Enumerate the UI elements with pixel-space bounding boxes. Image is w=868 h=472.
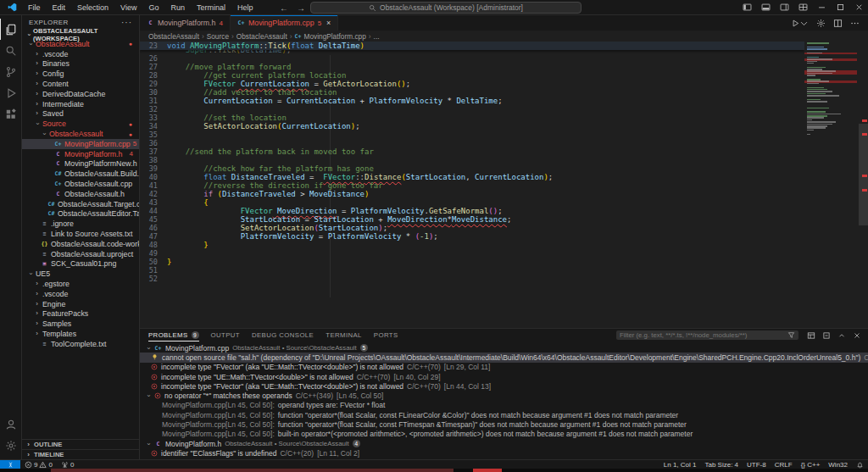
- tree-item-link-to-source-assets-txt[interactable]: ≡Link to Source Assets.txt: [22, 229, 139, 239]
- eol-sequence[interactable]: CRLF: [771, 460, 797, 469]
- menu-file[interactable]: File: [22, 3, 47, 12]
- menu-help[interactable]: Help: [231, 3, 259, 12]
- close-button[interactable]: [849, 0, 868, 15]
- section-outline[interactable]: ›OUTLINE: [22, 439, 139, 449]
- toggle-panel-icon[interactable]: [756, 0, 775, 15]
- tree-item-content[interactable]: ›Content: [22, 79, 139, 89]
- tree-item--egstore[interactable]: ›.egstore: [22, 279, 139, 289]
- tree-item-obstacleassault-cpp[interactable]: C+ObstacleAssault.cpp: [22, 179, 139, 189]
- workspace-root-row[interactable]: › OBSTACLEASSAULT (WORKSPACE): [22, 30, 139, 39]
- sidebar-more-actions-icon[interactable]: ···: [121, 18, 132, 27]
- customize-layout-icon[interactable]: [793, 0, 812, 15]
- panel-tab-problems[interactable]: PROBLEMS9: [148, 329, 199, 342]
- more-actions-icon[interactable]: [850, 19, 860, 28]
- tree-item-source[interactable]: ›Source●: [22, 119, 139, 129]
- problem-row[interactable]: cannot open source file "sal.h" (depende…: [140, 353, 868, 362]
- tree-item-ue5[interactable]: ›UE5: [22, 269, 139, 279]
- section-timeline[interactable]: ›TIMELINE: [22, 449, 139, 459]
- problem-row[interactable]: MovingPlatform.cpp[Ln 45, Col 50]: built…: [140, 430, 868, 439]
- problem-row[interactable]: identifier "EClassFlags" is undefinedC/C…: [140, 448, 868, 458]
- tree-item-obstacleassaulteditor-target-cs[interactable]: C#ObstacleAssaultEditor.Target.cs: [22, 209, 139, 219]
- problem-row[interactable]: incomplete type "FVector" (aka "UE::Math…: [140, 363, 868, 372]
- collapse-all-icon[interactable]: [822, 331, 831, 340]
- tree-item-binaries[interactable]: ›Binaries: [22, 59, 139, 69]
- panel-tab-terminal[interactable]: TERMINAL: [326, 329, 362, 342]
- tree-item-obstacleassault-code-workspace[interactable]: {}ObstacleAssault.code-workspace: [22, 239, 139, 249]
- view-as-table-icon[interactable]: [807, 331, 815, 340]
- indentation[interactable]: Tab Size: 4: [700, 460, 743, 469]
- tree-item-obstacleassault[interactable]: ›ObstacleAssault●: [22, 39, 139, 49]
- menu-edit[interactable]: Edit: [47, 3, 72, 12]
- menu-go[interactable]: Go: [142, 3, 164, 12]
- language-mode[interactable]: {} C++: [797, 460, 825, 469]
- tree-item--ignore[interactable]: ≡.ignore: [22, 219, 139, 229]
- menu-terminal[interactable]: Terminal: [191, 3, 231, 12]
- tree-item-obstacleassault-target-cs[interactable]: C#ObstacleAssault.Target.cs: [22, 199, 139, 209]
- files-icon[interactable]: [0, 19, 22, 40]
- cursor-position[interactable]: Ln 1, Col 1: [659, 460, 701, 469]
- problem-row[interactable]: ›C+MovingPlatform.cppObstacleAssault • S…: [140, 343, 868, 353]
- encoding[interactable]: UTF-8: [743, 460, 771, 469]
- tree-item-obstacleassault-h[interactable]: CObstacleAssault.h: [22, 189, 139, 199]
- maximize-button[interactable]: [831, 0, 849, 15]
- search-icon[interactable]: [0, 40, 22, 61]
- tree-item-deriveddatacache[interactable]: ›DerivedDataCache: [22, 89, 139, 99]
- problems-filter[interactable]: [616, 330, 798, 340]
- tree-item-intermediate[interactable]: ›Intermediate: [22, 99, 139, 109]
- panel-tab-output[interactable]: OUTPUT: [211, 329, 240, 342]
- breadcrumb-item[interactable]: ...: [374, 32, 380, 41]
- breadcrumb-item[interactable]: Source: [207, 32, 229, 41]
- breadcrumb-item[interactable]: MovingPlatform.cpp: [304, 32, 366, 41]
- minimap[interactable]: [804, 42, 857, 136]
- menu-view[interactable]: View: [114, 3, 142, 12]
- menu-selection[interactable]: Selection: [71, 3, 114, 12]
- ports-status[interactable]: 0: [57, 460, 78, 469]
- run-debug-icon[interactable]: [0, 82, 22, 103]
- breadcrumb-item[interactable]: ObstacleAssault: [236, 32, 287, 41]
- tree-item-obstacleassault-uproject[interactable]: ≡ObstacleAssault.uproject: [22, 249, 139, 259]
- breadcrumb[interactable]: ObstacleAssault›Source›ObstacleAssault›C…: [140, 31, 868, 42]
- gear-icon[interactable]: [816, 19, 826, 28]
- run-file-button[interactable]: [791, 19, 809, 28]
- problem-row[interactable]: MovingPlatform.cpp[Ln 45, Col 50]: funct…: [140, 410, 868, 419]
- tree-item-toolcomplete-txt[interactable]: ≡ToolComplete.txt: [22, 339, 139, 349]
- tree-item--vscode[interactable]: ›.vscode: [22, 49, 139, 59]
- tree-item-config[interactable]: ›Config: [22, 69, 139, 79]
- command-center-search[interactable]: ObstacleAssault (Workspace) [Administrat…: [310, 2, 581, 14]
- platform-indicator[interactable]: Win32: [824, 460, 852, 469]
- tree-item-samples[interactable]: ›Samples: [22, 319, 139, 329]
- account-icon[interactable]: [0, 414, 22, 435]
- problem-row[interactable]: ›CMovingPlatform.hObstacleAssault • Sour…: [140, 439, 868, 448]
- toggle-sidebar-icon[interactable]: [737, 0, 756, 15]
- problem-row[interactable]: incomplete type "UE::Math::TVector<doubl…: [140, 372, 868, 381]
- tree-item-saved[interactable]: ›Saved: [22, 109, 139, 119]
- close-panel-icon[interactable]: [853, 331, 861, 340]
- tree-item-obstacleassault[interactable]: ›ObstacleAssault●: [22, 129, 139, 139]
- menu-run[interactable]: Run: [164, 3, 191, 12]
- tab-movingplatform-h[interactable]: CMovingPlatform.h4: [140, 15, 231, 31]
- breadcrumb-item[interactable]: ObstacleAssault: [148, 32, 199, 41]
- tree-item-templates[interactable]: ›Templates: [22, 329, 139, 339]
- extensions-icon[interactable]: [0, 103, 22, 125]
- tab-movingplatform-cpp[interactable]: C+MovingPlatform.cpp5×: [231, 15, 338, 31]
- problem-row[interactable]: incomplete type "FVector" (aka "UE::Math…: [140, 381, 868, 391]
- forward-icon[interactable]: →: [297, 3, 305, 13]
- settings-icon[interactable]: [0, 435, 22, 456]
- tree-item--vscode[interactable]: ›.vscode: [22, 289, 139, 299]
- panel-tab-ports[interactable]: PORTS: [374, 329, 398, 342]
- problems-status[interactable]: 9 0: [20, 460, 57, 469]
- remote-indicator[interactable]: [0, 460, 20, 469]
- problem-row[interactable]: MovingPlatform.cpp[Ln 45, Col 50]: opera…: [140, 401, 868, 410]
- back-icon[interactable]: ←: [280, 3, 288, 13]
- minimize-button[interactable]: [812, 0, 831, 15]
- toggle-secondary-sidebar-icon[interactable]: [775, 0, 793, 15]
- tree-item-sck-casual01-png[interactable]: ▣SCK_Casual01.png: [22, 259, 139, 269]
- problem-row[interactable]: MovingPlatform.cpp[Ln 45, Col 50]: funct…: [140, 419, 868, 429]
- tree-item-movingplatformnew-h[interactable]: CMovingPlatformNew.h: [22, 159, 139, 169]
- tree-item-obstacleassault-build-cs[interactable]: C#ObstacleAssault.Build.cs: [22, 169, 139, 179]
- notifications-bell-icon[interactable]: [852, 460, 868, 469]
- tree-item-movingplatform-h[interactable]: CMovingPlatform.h4: [22, 149, 139, 159]
- close-tab-icon[interactable]: ×: [326, 19, 331, 27]
- maximize-panel-icon[interactable]: [837, 331, 846, 340]
- tree-item-movingplatform-cpp[interactable]: C+MovingPlatform.cpp5: [22, 139, 139, 149]
